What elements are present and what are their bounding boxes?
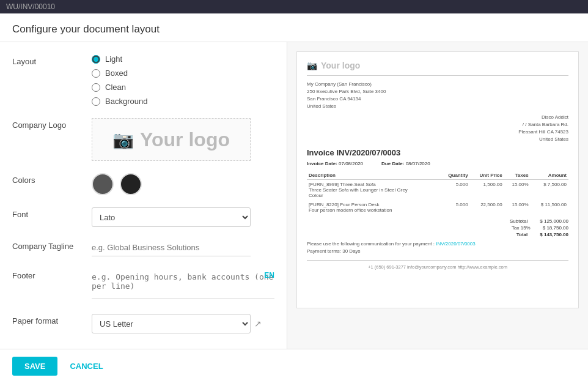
inv-company-country: United States <box>307 103 568 110</box>
layout-light-label: Light <box>105 54 122 64</box>
logo-area-wrapper: 📷 Your logo <box>92 118 274 161</box>
inv-col-description: Description <box>307 171 439 180</box>
dialog: Configure your document layout Layout Li… <box>0 13 588 383</box>
color-swatch-2[interactable] <box>120 173 142 195</box>
inv-header: 📷 Your logo <box>307 61 568 76</box>
layout-option-background[interactable]: Background <box>92 97 274 106</box>
font-select[interactable]: Lato Arial Roboto Times New Roman <box>92 207 251 227</box>
inv-invoice-date-block: Invoice Date: 07/08/2020 <box>307 161 363 166</box>
inv-logo-text: Your logo <box>321 61 360 70</box>
inv-tax-label: Tax 15% <box>512 225 531 231</box>
footer-row: Footer EN <box>12 269 274 302</box>
layout-boxed-label: Boxed <box>105 69 128 78</box>
invoice-preview: 📷 Your logo My Company (San Francisco) 2… <box>296 51 579 308</box>
inv-invoice-date-value: 07/08/2020 <box>339 161 363 166</box>
inv-invoice-date-label: Invoice Date: <box>307 161 337 166</box>
dialog-title: Configure your document layout <box>12 23 576 35</box>
inv-payment-note: Please use the following communication f… <box>307 241 568 247</box>
inv-subtotal-value: $ 125,000.00 <box>540 218 568 224</box>
external-link-icon[interactable]: ↗ <box>254 319 262 329</box>
layout-option-boxed[interactable]: Boxed <box>92 69 274 78</box>
inv-due-date-label: Due Date: <box>381 161 404 166</box>
table-row: [FURN_8220] Four Person DeskFour person … <box>307 200 568 215</box>
cancel-button[interactable]: CANCEL <box>64 357 109 376</box>
inv-due-date-value: 08/07/2020 <box>406 161 430 166</box>
inv-company: My Company (San Francisco) 250 Executive… <box>307 81 568 110</box>
table-row: [FURN_8999] Three-Seat SofaThree Seater … <box>307 180 568 201</box>
inv-row1-qty: 5.000 <box>439 180 470 201</box>
inv-payment-terms: Payment terms: 30 Days <box>307 248 568 254</box>
footer-label: Footer <box>12 269 92 280</box>
inv-col-quantity: Quantity <box>439 171 470 180</box>
logo-placeholder-text: Your logo <box>140 128 230 151</box>
tagline-label: Company Tagline <box>12 239 92 251</box>
layout-background-label: Background <box>105 97 147 106</box>
company-logo-label: Company Logo <box>12 118 92 130</box>
inv-table: Description Quantity Unit Price Taxes Am… <box>307 171 568 215</box>
paper-format-row: Paper format US Letter A4 A3 ↗ <box>12 314 274 333</box>
layout-options: Light Boxed Clean Background <box>92 54 274 106</box>
inv-col-taxes: Taxes <box>504 171 531 180</box>
company-logo-row: Company Logo 📷 Your logo <box>12 118 274 161</box>
inv-due-date-block: Due Date: 08/07/2020 <box>381 161 430 166</box>
inv-client-name: Disco Addict <box>307 114 568 121</box>
paper-format-select[interactable]: US Letter A4 A3 <box>92 314 251 333</box>
paper-format-wrapper: US Letter A4 A3 ↗ <box>92 314 274 333</box>
layout-clean-label: Clean <box>105 83 126 92</box>
title-bar: WU/INV/00010 <box>0 0 588 13</box>
inv-row2-qty: 5.000 <box>439 200 470 215</box>
inv-row2-taxes: 15.00% <box>504 200 531 215</box>
inv-dates: Invoice Date: 07/08/2020 Due Date: 08/07… <box>307 161 568 166</box>
paper-format-label: Paper format <box>12 314 92 325</box>
inv-row2-amount: $ 11,500.00 <box>531 200 568 215</box>
inv-row1-desc: [FURN_8999] Three-Seat SofaThree Seater … <box>307 180 439 201</box>
inv-subtotal-row: Subtotal $ 125,000.00 <box>510 218 568 224</box>
inv-subtotal-label: Subtotal <box>510 218 527 224</box>
colors-label: Colors <box>12 173 92 185</box>
inv-row1-price: 1,500.00 <box>470 180 504 201</box>
inv-title: Invoice INV/2020/07/0003 <box>307 148 568 157</box>
inv-col-unit-price: Unit Price <box>470 171 504 180</box>
dialog-body: Layout Light Boxed Clean <box>0 42 588 349</box>
inv-row2-desc: [FURN_8220] Four Person DeskFour person … <box>307 200 439 215</box>
inv-payment-ref: INV/2020/07/0003 <box>436 241 476 247</box>
tagline-row: Company Tagline <box>12 239 274 256</box>
inv-footer: +1 (650) 691-3277 info@yourcompany.com h… <box>307 260 568 270</box>
inv-total-label: Total <box>516 232 528 237</box>
inv-client: Disco Addict / / Santa Barbara Rd. Pleas… <box>307 114 568 143</box>
preview-section: 📷 Your logo My Company (San Francisco) 2… <box>287 42 588 349</box>
layout-row: Layout Light Boxed Clean <box>12 54 274 106</box>
inv-company-addr1: 250 Executive Park Blvd, Suite 3400 <box>307 88 568 95</box>
inv-client-country: United States <box>307 136 568 143</box>
font-select-wrapper: Lato Arial Roboto Times New Roman <box>92 207 274 227</box>
colors-swatches <box>92 173 274 195</box>
lang-badge[interactable]: EN <box>264 271 274 280</box>
colors-row: Colors <box>12 173 274 195</box>
footer-input[interactable] <box>92 269 274 299</box>
inv-tax-value: $ 18,750.00 <box>543 225 568 231</box>
layout-option-light[interactable]: Light <box>92 54 274 64</box>
inv-client-addr1: / / Santa Barbara Rd. <box>307 121 568 128</box>
inv-row2-price: 22,500.00 <box>470 200 504 215</box>
color-swatch-1[interactable] <box>92 173 114 195</box>
inv-row1-taxes: 15.00% <box>504 180 531 201</box>
inv-company-addr2: San Francisco CA 94134 <box>307 95 568 103</box>
footer-input-wrapper: EN <box>92 269 274 302</box>
logo-upload-area[interactable]: 📷 Your logo <box>92 118 251 161</box>
tagline-input-wrapper <box>92 239 274 256</box>
inv-table-header: Description Quantity Unit Price Taxes Am… <box>307 171 568 180</box>
inv-row1-amount: $ 7,500.00 <box>531 180 568 201</box>
tagline-input[interactable] <box>92 239 251 256</box>
inv-camera-icon: 📷 <box>307 61 317 70</box>
layout-label: Layout <box>12 54 92 66</box>
form-section: Layout Light Boxed Clean <box>0 42 287 349</box>
inv-col-amount: Amount <box>531 171 568 180</box>
save-button[interactable]: SAVE <box>12 357 57 376</box>
inv-tax-row: Tax 15% $ 18,750.00 <box>512 225 568 231</box>
inv-total-value: $ 143,750.00 <box>540 232 568 237</box>
font-row: Font Lato Arial Roboto Times New Roman <box>12 207 274 227</box>
dialog-footer: SAVE CANCEL <box>0 349 588 383</box>
layout-option-clean[interactable]: Clean <box>92 83 274 92</box>
inv-client-addr2: Pleasant Hill CA 74523 <box>307 128 568 136</box>
camera-icon: 📷 <box>112 130 134 150</box>
